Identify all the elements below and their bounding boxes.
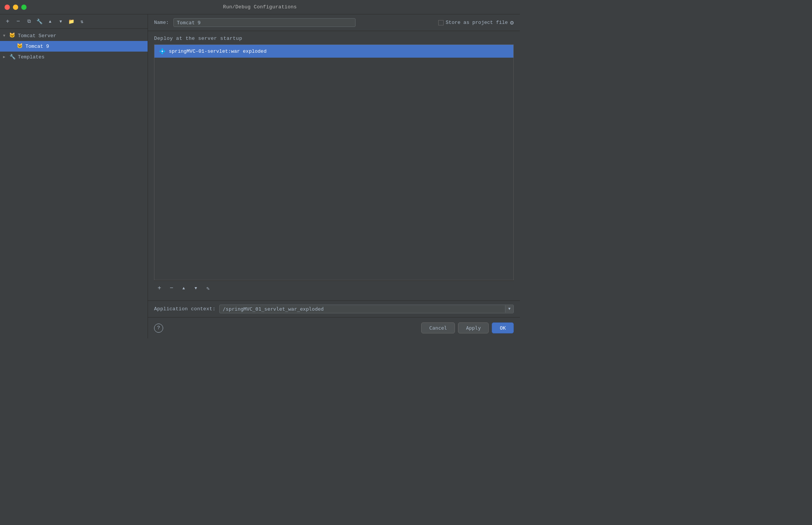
deploy-toolbar: + − ▲ ▼ ✎: [154, 280, 514, 296]
deploy-up-button[interactable]: ▲: [178, 283, 189, 294]
folder-button[interactable]: 📁: [67, 17, 76, 26]
tomcat-server-icon: 🐱: [9, 32, 16, 39]
name-bar: Name: Store as project file ⚙: [148, 14, 520, 31]
sidebar-toolbar: + − ⧉ 🔧 ▲ ▼ 📁 ⇅: [0, 14, 148, 29]
minimize-button[interactable]: [13, 5, 18, 10]
sidebar-item-templates[interactable]: ▶ 🔧 Templates: [0, 52, 148, 62]
deploy-remove-button[interactable]: −: [166, 283, 177, 294]
tomcat9-label: Tomcat 9: [25, 44, 145, 49]
main-layout: + − ⧉ 🔧 ▲ ▼ 📁 ⇅ ▼ 🐱 Tomcat Server 🐱 Tomc…: [0, 14, 520, 338]
bottom-actions: Cancel Apply OK: [421, 322, 514, 333]
apply-button[interactable]: Apply: [458, 322, 489, 333]
deploy-item[interactable]: 💠 springMVC-01-servlet:war exploded: [154, 45, 513, 58]
name-field-label: Name:: [154, 20, 169, 25]
store-label: Store as project file: [446, 20, 508, 25]
app-context-input-wrap: ▼: [219, 305, 514, 313]
deploy-section: Deploy at the server startup 💠 springMVC…: [148, 31, 520, 300]
cancel-button[interactable]: Cancel: [421, 322, 455, 333]
store-checkbox[interactable]: [438, 20, 444, 25]
deploy-add-button[interactable]: +: [154, 283, 165, 294]
name-input[interactable]: [173, 18, 356, 27]
templates-arrow: ▶: [3, 55, 9, 59]
wrench-config-button[interactable]: 🔧: [35, 17, 44, 26]
deploy-item-label: springMVC-01-servlet:war exploded: [169, 49, 266, 54]
tomcat-server-arrow: ▼: [3, 34, 9, 38]
sidebar-item-tomcat-server[interactable]: ▼ 🐱 Tomcat Server: [0, 30, 148, 41]
title-bar: Run/Debug Configurations: [0, 0, 520, 14]
add-config-button[interactable]: +: [3, 17, 12, 26]
sidebar-tree: ▼ 🐱 Tomcat Server 🐱 Tomcat 9 ▶ 🔧 Templat…: [0, 29, 148, 338]
window-title: Run/Debug Configurations: [223, 4, 297, 10]
app-context-dropdown-button[interactable]: ▼: [505, 305, 513, 313]
sidebar: + − ⧉ 🔧 ▲ ▼ 📁 ⇅ ▼ 🐱 Tomcat Server 🐱 Tomc…: [0, 14, 148, 338]
sidebar-item-tomcat-9[interactable]: 🐱 Tomcat 9: [0, 41, 148, 52]
artifact-icon: 💠: [158, 47, 166, 55]
move-up-button[interactable]: ▲: [46, 17, 55, 26]
maximize-button[interactable]: [21, 5, 27, 10]
deploy-edit-button[interactable]: ✎: [203, 283, 213, 294]
sort-button[interactable]: ⇅: [77, 17, 87, 26]
remove-config-button[interactable]: −: [14, 17, 23, 26]
templates-label: Templates: [18, 54, 145, 60]
templates-icon: 🔧: [9, 53, 16, 60]
move-down-button[interactable]: ▼: [56, 17, 65, 26]
tomcat9-icon: 🐱: [17, 43, 24, 50]
app-context-bar: Application context: ▼: [148, 300, 520, 317]
window-controls: [5, 5, 27, 10]
bottom-bar: ? Cancel Apply OK: [148, 317, 520, 338]
ok-button[interactable]: OK: [492, 322, 514, 333]
tomcat-server-label: Tomcat Server: [18, 33, 145, 39]
deploy-down-button[interactable]: ▼: [190, 283, 201, 294]
app-context-input[interactable]: [220, 305, 505, 313]
deploy-list[interactable]: 💠 springMVC-01-servlet:war exploded: [154, 44, 514, 280]
deploy-section-label: Deploy at the server startup: [154, 36, 514, 41]
close-button[interactable]: [5, 5, 10, 10]
tomcat9-arrow: [11, 44, 17, 49]
settings-gear-icon[interactable]: ⚙: [510, 19, 514, 27]
copy-config-button[interactable]: ⧉: [24, 17, 33, 26]
help-button[interactable]: ?: [154, 324, 163, 333]
app-context-label: Application context:: [154, 306, 216, 312]
store-checkbox-area: Store as project file ⚙: [438, 19, 514, 27]
right-panel: Name: Store as project file ⚙ Deploy at …: [148, 14, 520, 338]
